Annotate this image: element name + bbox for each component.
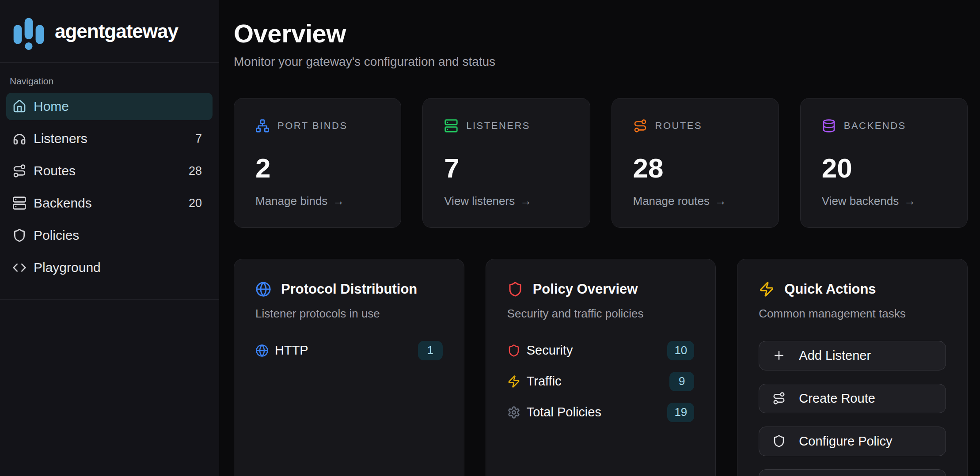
policy-count-badge: 9 [669, 372, 694, 391]
sidebar-count-listeners: 7 [195, 132, 202, 146]
stat-label: ROUTES [655, 120, 703, 132]
sidebar-item-backends[interactable]: Backends 20 [6, 189, 213, 217]
protocol-distribution-panel: Protocol Distribution Listener protocols… [234, 259, 464, 476]
stat-card-header: BACKENDS [822, 119, 946, 133]
policy-label: Total Policies [527, 405, 601, 419]
headphones-icon [12, 132, 27, 146]
route-icon [772, 392, 786, 405]
policy-row-security: Security 10 [507, 341, 695, 360]
view-backends-link[interactable]: View backends → [822, 194, 915, 208]
action-label: Create Route [799, 391, 875, 406]
arrow-right-icon: → [715, 194, 726, 208]
nav-section-label: Navigation [6, 76, 213, 87]
stat-value: 7 [444, 152, 568, 184]
sidebar: agentgateway Navigation Home Listeners 7… [0, 0, 219, 476]
policy-overview-panel: Policy Overview Security and traffic pol… [486, 259, 716, 476]
policy-row-traffic: Traffic 9 [507, 372, 695, 391]
stat-value: 20 [822, 152, 946, 184]
stat-link-label: Manage binds [255, 194, 327, 208]
route-icon [633, 119, 647, 133]
stat-link-label: View listeners [444, 194, 515, 208]
stat-link-label: Manage routes [633, 194, 710, 208]
policy-label: Traffic [527, 374, 562, 389]
arrow-right-icon: → [333, 194, 344, 208]
panel-header: Quick Actions [759, 281, 946, 297]
sidebar-item-label: Policies [34, 228, 79, 243]
zap-icon [507, 375, 520, 388]
sidebar-item-routes[interactable]: Routes 28 [6, 157, 213, 185]
brand: agentgateway [0, 0, 219, 63]
stat-label: BACKENDS [844, 120, 906, 132]
create-route-button[interactable]: Create Route [759, 384, 946, 413]
page-subtitle: Monitor your gateway's configuration and… [234, 55, 968, 69]
policy-rows: Security 10 Traffic 9 Total Policies 19 [507, 341, 695, 422]
stat-value: 2 [255, 152, 380, 184]
panel-title: Quick Actions [784, 281, 876, 297]
panels-grid: Protocol Distribution Listener protocols… [234, 259, 968, 476]
zap-icon [759, 281, 775, 297]
agentgateway-logo-icon [11, 12, 46, 50]
manage-binds-link[interactable]: Manage binds → [255, 194, 344, 208]
sidebar-item-label: Home [34, 99, 69, 114]
sidebar-item-playground[interactable]: Playground [6, 254, 213, 281]
shield-icon [507, 281, 523, 297]
panel-subtitle: Common management tasks [759, 307, 946, 321]
stat-link-label: View backends [822, 194, 899, 208]
protocol-rows: HTTP 1 [255, 341, 443, 360]
page-title: Overview [234, 19, 968, 48]
database-icon [822, 119, 836, 133]
shield-icon [772, 434, 786, 448]
globe-icon [255, 281, 271, 297]
sidebar-item-policies[interactable]: Policies [6, 222, 213, 249]
policy-count-badge: 19 [667, 403, 694, 422]
arrow-right-icon: → [904, 194, 915, 208]
code-icon [12, 261, 27, 275]
route-icon [12, 164, 27, 178]
panel-header: Protocol Distribution [255, 281, 443, 297]
server-icon [444, 119, 458, 133]
sidebar-item-home[interactable]: Home [6, 93, 213, 120]
sidebar-item-label: Listeners [34, 131, 87, 146]
panel-subtitle: Listener protocols in use [255, 307, 443, 321]
panel-title: Policy Overview [533, 281, 638, 297]
panel-subtitle: Security and traffic policies [507, 307, 695, 321]
stat-label: PORT BINDS [277, 120, 348, 132]
quick-actions-list: Add Listener Create Route Configure Poli… [759, 341, 946, 476]
configure-policy-button[interactable]: Configure Policy [759, 427, 946, 456]
sidebar-count-routes: 28 [189, 164, 202, 178]
stat-card-port-binds: PORT BINDS 2 Manage binds → [234, 98, 401, 228]
house-icon [12, 99, 27, 113]
add-listener-button[interactable]: Add Listener [759, 341, 946, 370]
gear-icon [507, 406, 520, 419]
view-listeners-link[interactable]: View listeners → [444, 194, 532, 208]
globe-icon [255, 344, 269, 357]
main-content: Overview Monitor your gateway's configur… [220, 0, 980, 476]
action-label: Add Listener [799, 348, 871, 363]
protocol-label: HTTP [275, 343, 308, 358]
shield-icon [12, 228, 27, 242]
panel-header: Policy Overview [507, 281, 695, 297]
policy-row-total: Total Policies 19 [507, 403, 695, 422]
sidebar-item-label: Routes [34, 163, 76, 178]
protocol-count-badge: 1 [418, 341, 443, 360]
quick-action-button-partial[interactable] [759, 469, 946, 476]
stat-card-routes: ROUTES 28 Manage routes → [612, 98, 779, 228]
stat-value: 28 [633, 152, 757, 184]
network-icon [255, 119, 270, 133]
manage-routes-link[interactable]: Manage routes → [633, 194, 726, 208]
stat-card-header: PORT BINDS [255, 119, 380, 133]
action-label: Configure Policy [799, 434, 892, 449]
policy-label: Security [527, 343, 573, 358]
sidebar-item-listeners[interactable]: Listeners 7 [6, 125, 213, 152]
sidebar-item-label: Backends [34, 196, 92, 211]
shield-icon [507, 344, 520, 357]
arrow-right-icon: → [520, 194, 532, 208]
panel-title: Protocol Distribution [281, 281, 417, 297]
stat-label: LISTENERS [466, 120, 530, 132]
stat-card-header: LISTENERS [444, 119, 568, 133]
quick-actions-panel: Quick Actions Common management tasks Ad… [737, 259, 968, 476]
sidebar-item-label: Playground [34, 260, 101, 275]
stat-card-backends: BACKENDS 20 View backends → [800, 98, 968, 228]
server-icon [12, 196, 27, 210]
sidebar-count-backends: 20 [189, 196, 202, 210]
